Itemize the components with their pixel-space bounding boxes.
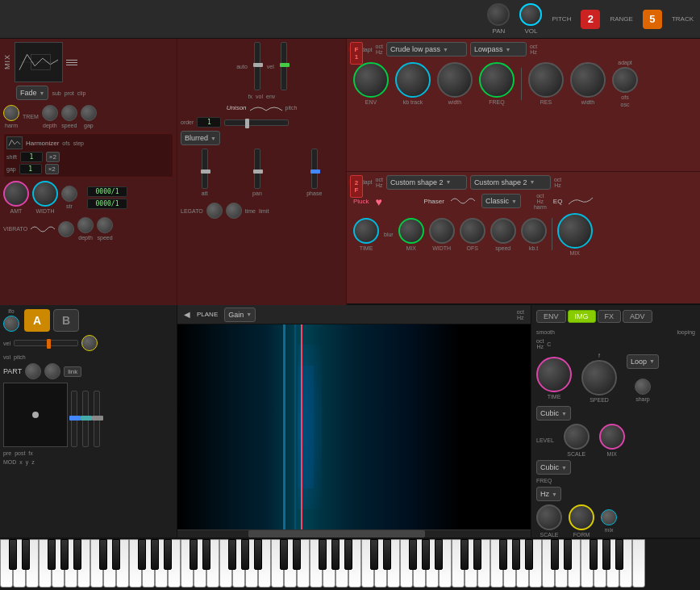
- depth2-knob[interactable]: [77, 217, 94, 233]
- black-key-fs2[interactable]: [138, 539, 146, 570]
- legato-knob2[interactable]: [226, 203, 242, 219]
- vibrato-knob[interactable]: [58, 221, 74, 237]
- classic-dropdown[interactable]: Classic ▼: [481, 194, 521, 208]
- black-key-fs4[interactable]: [319, 539, 327, 570]
- vel-horiz-slider[interactable]: [14, 340, 78, 346]
- black-key-ds2[interactable]: [112, 539, 120, 570]
- loop-dropdown[interactable]: Loop ▼: [627, 354, 659, 369]
- legato-knob1[interactable]: [206, 203, 223, 219]
- filter2-type-dropdown[interactable]: Custom shape 2 ▼: [386, 175, 467, 190]
- hz-dropdown[interactable]: Hz ▼: [536, 487, 561, 501]
- black-key-as6[interactable]: [525, 539, 533, 570]
- tab-adv[interactable]: ADV: [623, 310, 652, 323]
- tab-fx[interactable]: FX: [598, 310, 622, 323]
- black-key-fs1[interactable]: [48, 539, 56, 570]
- gap-knob[interactable]: [81, 105, 97, 121]
- black-key-gs7[interactable]: [602, 539, 610, 570]
- speed-rb-knob[interactable]: [581, 360, 617, 395]
- gap-counter[interactable]: 1: [19, 164, 42, 174]
- env-knob[interactable]: [353, 62, 389, 98]
- black-key-as2[interactable]: [164, 539, 172, 570]
- width-f1-knob[interactable]: [437, 62, 473, 98]
- xy-pad[interactable]: [3, 383, 68, 447]
- str-knob[interactable]: [61, 186, 77, 202]
- part-knob2[interactable]: [44, 363, 60, 379]
- black-key-fs6[interactable]: [499, 539, 507, 570]
- pan-knob[interactable]: [487, 3, 510, 26]
- range-badge[interactable]: 2: [581, 10, 600, 29]
- cubic2-dropdown[interactable]: Cubic ▼: [536, 460, 571, 475]
- kbt-knob[interactable]: [521, 218, 547, 244]
- black-key-gs1[interactable]: [60, 539, 69, 570]
- width-f2-knob[interactable]: [429, 218, 455, 244]
- res-knob[interactable]: [528, 62, 564, 98]
- auto-slider[interactable]: [254, 42, 260, 90]
- black-key-gs5[interactable]: [422, 539, 430, 570]
- black-key-as1[interactable]: [73, 539, 81, 570]
- black-key-cs3[interactable]: [190, 539, 198, 570]
- counter2[interactable]: 0000/1: [87, 199, 127, 209]
- black-key-gs3[interactable]: [241, 539, 249, 570]
- mix-rb-knob[interactable]: [599, 424, 625, 450]
- mix3-rb-knob[interactable]: [601, 509, 617, 525]
- spectrogram-area[interactable]: [177, 324, 531, 529]
- time-knob[interactable]: [353, 218, 379, 244]
- black-key-fs5[interactable]: [409, 539, 417, 570]
- depth-knob[interactable]: [42, 105, 58, 121]
- shift-counter[interactable]: 1: [20, 152, 43, 162]
- black-key-cs2[interactable]: [99, 539, 107, 570]
- scale2-rb-knob[interactable]: [536, 504, 562, 530]
- speed-f2-knob[interactable]: [490, 218, 516, 244]
- black-key-cs4[interactable]: [280, 539, 288, 570]
- plane-dropdown[interactable]: Gain ▼: [224, 308, 256, 322]
- fader-2[interactable]: [82, 391, 89, 447]
- key-c8[interactable]: [632, 539, 645, 588]
- black-key-gs4[interactable]: [331, 539, 340, 570]
- lowpass-dropdown[interactable]: Lowpass ▼: [470, 42, 527, 56]
- kb-track-knob[interactable]: [395, 62, 431, 98]
- black-key-gs2[interactable]: [151, 539, 159, 570]
- black-key-as7[interactable]: [615, 539, 623, 570]
- harm-knob[interactable]: [3, 105, 19, 121]
- speed2-knob[interactable]: [97, 217, 113, 233]
- order-slider[interactable]: [224, 119, 289, 126]
- att-slider[interactable]: [202, 149, 208, 189]
- blurred-dropdown[interactable]: Blurred ▼: [181, 131, 220, 145]
- black-key-ds5[interactable]: [383, 539, 391, 570]
- black-key-fs7[interactable]: [590, 539, 598, 570]
- width-knob[interactable]: [32, 181, 58, 207]
- form-rb-knob[interactable]: [569, 504, 594, 530]
- width2-f1-knob[interactable]: [570, 62, 606, 98]
- black-key-ds4[interactable]: [293, 539, 301, 570]
- time-rb-knob[interactable]: [536, 357, 572, 392]
- part-knob1[interactable]: [25, 363, 41, 379]
- vel-knob[interactable]: [81, 335, 98, 351]
- track-badge[interactable]: 5: [643, 10, 662, 29]
- mix-f2-knob[interactable]: [398, 218, 424, 244]
- black-key-ds1[interactable]: [22, 539, 30, 570]
- x2-gap-btn[interactable]: ×2: [45, 164, 59, 174]
- black-key-gs6[interactable]: [512, 539, 520, 570]
- pan-slider[interactable]: [254, 149, 260, 189]
- black-key-cs6[interactable]: [460, 539, 469, 570]
- tab-env[interactable]: ENV: [536, 310, 566, 323]
- a-button[interactable]: A: [24, 309, 50, 332]
- black-key-ds6[interactable]: [473, 539, 481, 570]
- link-button[interactable]: link: [64, 366, 81, 377]
- b-button[interactable]: B: [53, 309, 79, 332]
- x2-shift-btn[interactable]: ×2: [46, 152, 60, 162]
- phase-slider[interactable]: [311, 149, 318, 189]
- black-key-as5[interactable]: [435, 539, 443, 570]
- speed-knob[interactable]: [61, 105, 77, 121]
- vol-knob[interactable]: [519, 3, 542, 26]
- fader-1[interactable]: [71, 391, 77, 447]
- black-key-as3[interactable]: [254, 539, 262, 570]
- scale-rb-knob[interactable]: [564, 424, 590, 450]
- waveform-display[interactable]: [15, 42, 63, 82]
- black-key-as4[interactable]: [344, 539, 352, 570]
- freq-knob[interactable]: [479, 62, 515, 98]
- adapt-knob[interactable]: [612, 67, 638, 93]
- ofs-f2-knob[interactable]: [460, 218, 485, 244]
- filter1-type-dropdown[interactable]: Crude low pass ▼: [386, 42, 467, 56]
- menu-icon[interactable]: [66, 56, 77, 68]
